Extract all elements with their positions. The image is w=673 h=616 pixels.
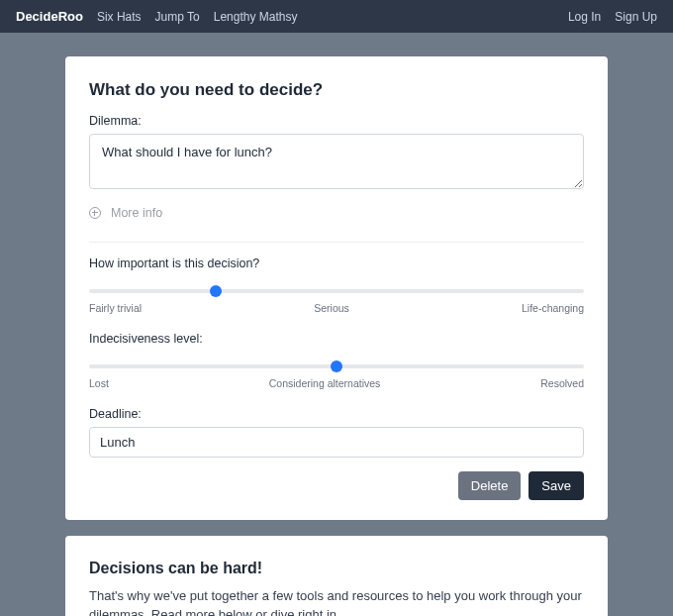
dilemma-label: Dilemma:: [89, 114, 584, 128]
divider: [89, 242, 584, 243]
dilemma-input[interactable]: [89, 134, 584, 189]
more-info-toggle[interactable]: More info: [89, 206, 584, 220]
info-body: That's why we've put together a few tool…: [89, 587, 584, 616]
indecisiveness-slider[interactable]: [89, 364, 584, 368]
nav-link-login[interactable]: Log In: [568, 10, 601, 24]
form-heading: What do you need to decide?: [89, 80, 584, 100]
nav-link-lengthy-mathsy[interactable]: Lengthy Mathsy: [214, 10, 298, 24]
delete-button[interactable]: Delete: [458, 471, 522, 500]
brand[interactable]: DecideRoo: [16, 9, 83, 24]
indecisiveness-question: Indecisiveness level:: [89, 332, 584, 346]
info-card: Decisions can be hard! That's why we've …: [65, 536, 608, 616]
info-heading: Decisions can be hard!: [89, 560, 584, 577]
importance-label-min: Fairly trivial: [89, 302, 142, 314]
importance-question: How important is this decision?: [89, 257, 584, 270]
more-info-label: More info: [111, 206, 162, 220]
navbar: DecideRoo Six Hats Jump To Lengthy Maths…: [0, 0, 673, 33]
plus-circle-icon: [89, 207, 101, 219]
decision-form-card: What do you need to decide? Dilemma: Mor…: [65, 56, 608, 520]
indecisiveness-label-max: Resolved: [540, 377, 584, 389]
nav-link-jump-to[interactable]: Jump To: [155, 10, 200, 24]
importance-slider[interactable]: [89, 289, 584, 293]
save-button[interactable]: Save: [529, 471, 584, 500]
deadline-label: Deadline:: [89, 407, 584, 421]
nav-link-six-hats[interactable]: Six Hats: [97, 10, 142, 24]
importance-label-max: Life-changing: [522, 302, 584, 314]
nav-link-signup[interactable]: Sign Up: [615, 10, 657, 24]
deadline-input[interactable]: [89, 427, 584, 458]
importance-label-mid: Serious: [314, 302, 349, 314]
indecisiveness-label-mid: Considering alternatives: [269, 377, 381, 389]
indecisiveness-label-min: Lost: [89, 377, 109, 389]
